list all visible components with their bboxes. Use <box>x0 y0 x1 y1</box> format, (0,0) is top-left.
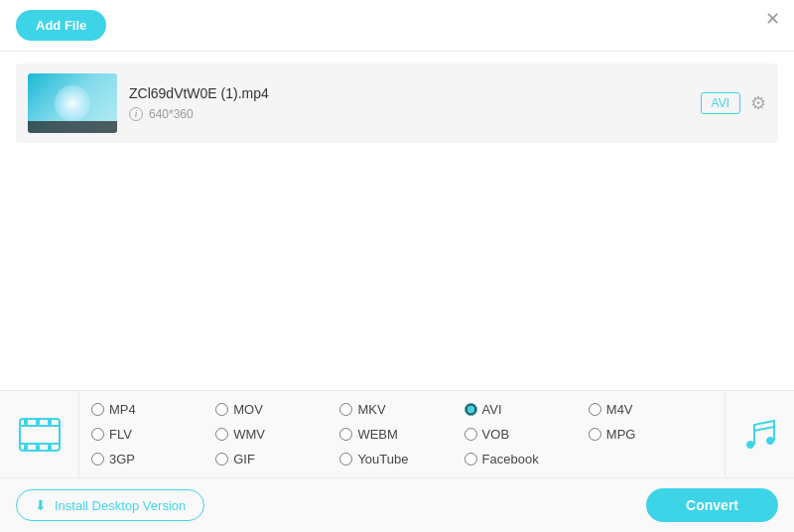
format-option-gif[interactable]: GIF <box>215 449 339 469</box>
install-label: Install Desktop Version <box>55 498 186 513</box>
format-grid: MP4 MOV MKV AVI M4V FLV WMV WEB <box>79 391 725 477</box>
format-option-3gp[interactable]: 3GP <box>91 449 215 469</box>
music-note-icon <box>742 415 778 455</box>
file-list: ZCl69dVtW0E (1).mp4 i 640*360 AVI ⚙ <box>0 52 794 155</box>
radio-m4v[interactable] <box>589 403 601 416</box>
format-option-wmv[interactable]: WMV <box>215 424 339 445</box>
radio-webm[interactable] <box>339 428 352 441</box>
format-option-mp4[interactable]: MP4 <box>91 399 215 420</box>
format-option-vob[interactable]: VOB <box>464 424 589 445</box>
add-file-button[interactable]: Add File <box>16 10 106 41</box>
format-option-webm[interactable]: WEBM <box>339 424 463 445</box>
bottom-panel: MP4 MOV MKV AVI M4V FLV WMV WEB <box>0 390 794 532</box>
file-item: ZCl69dVtW0E (1).mp4 i 640*360 AVI ⚙ <box>16 64 778 143</box>
music-icon-box[interactable] <box>725 391 794 477</box>
file-info: ZCl69dVtW0E (1).mp4 i 640*360 <box>129 85 689 121</box>
radio-vob[interactable] <box>464 428 477 441</box>
settings-icon[interactable]: ⚙ <box>750 92 766 114</box>
close-button[interactable]: ✕ <box>765 10 780 28</box>
radio-flv[interactable] <box>91 428 104 441</box>
radio-wmv[interactable] <box>215 428 228 441</box>
info-icon: i <box>129 107 143 121</box>
format-option-mpg[interactable]: MPG <box>589 424 713 445</box>
svg-rect-5 <box>48 419 52 425</box>
action-bar: ⬇ Install Desktop Version Convert <box>0 478 794 532</box>
svg-rect-7 <box>36 445 40 451</box>
format-icon-box <box>0 391 79 477</box>
format-option-flv[interactable]: FLV <box>91 424 215 445</box>
format-option-youtube[interactable]: YouTube <box>339 449 463 469</box>
radio-mov[interactable] <box>215 403 228 416</box>
svg-rect-4 <box>36 419 40 425</box>
format-option-m4v[interactable]: M4V <box>589 399 713 420</box>
radio-facebook[interactable] <box>464 453 477 466</box>
download-icon: ⬇ <box>35 497 47 513</box>
format-option-mkv[interactable]: MKV <box>339 399 463 420</box>
radio-mpg[interactable] <box>589 428 601 441</box>
radio-mkv[interactable] <box>339 403 352 416</box>
install-button[interactable]: ⬇ Install Desktop Version <box>16 489 204 521</box>
format-option-mov[interactable]: MOV <box>215 399 339 420</box>
top-bar: Add File ✕ <box>0 0 794 52</box>
format-badge[interactable]: AVI <box>701 92 740 114</box>
radio-avi[interactable] <box>464 403 477 416</box>
svg-rect-8 <box>48 445 52 451</box>
convert-button[interactable]: Convert <box>646 488 778 522</box>
format-section: MP4 MOV MKV AVI M4V FLV WMV WEB <box>0 391 794 478</box>
thumbnail-glow <box>55 85 90 121</box>
film-icon <box>18 413 62 457</box>
radio-3gp[interactable] <box>91 453 104 466</box>
file-thumbnail <box>28 73 117 133</box>
svg-rect-2 <box>20 443 60 445</box>
file-name: ZCl69dVtW0E (1).mp4 <box>129 85 689 101</box>
radio-mp4[interactable] <box>91 403 104 416</box>
svg-rect-6 <box>24 445 28 451</box>
file-actions: AVI ⚙ <box>701 92 766 114</box>
svg-rect-1 <box>20 425 60 427</box>
format-option-avi[interactable]: AVI <box>464 399 589 420</box>
file-meta: i 640*360 <box>129 107 689 121</box>
radio-gif[interactable] <box>215 453 228 466</box>
file-resolution: 640*360 <box>149 107 194 121</box>
format-option-facebook[interactable]: Facebook <box>464 449 589 469</box>
radio-youtube[interactable] <box>339 453 352 466</box>
main-area <box>0 155 794 403</box>
svg-rect-3 <box>24 419 28 425</box>
